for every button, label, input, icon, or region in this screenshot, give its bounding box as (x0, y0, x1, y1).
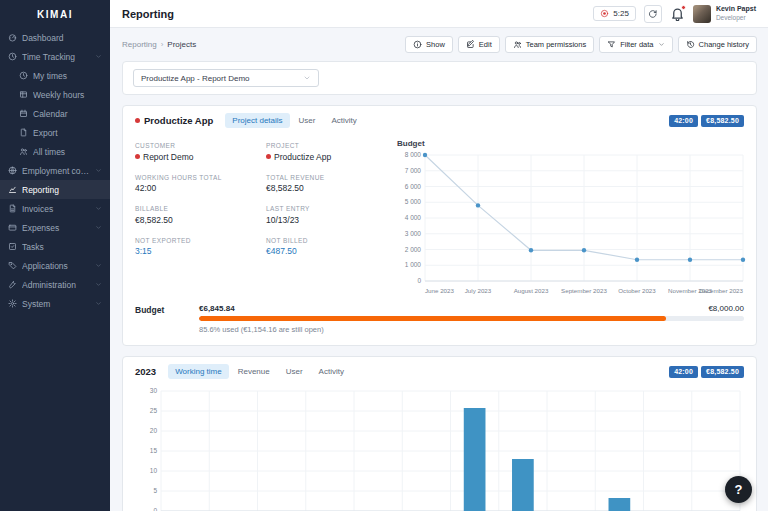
page-content: Reporting › Projects ShowEditTeam permis… (110, 28, 768, 511)
sidebar-item-all-times[interactable]: All times (0, 142, 110, 161)
svg-text:5 000: 5 000 (405, 198, 422, 205)
refresh-icon (648, 9, 658, 19)
notifications-button[interactable] (670, 6, 685, 21)
project-select[interactable]: Productize App - Report Demo (133, 69, 319, 87)
chevron-down-icon (658, 41, 665, 48)
filter-data-button[interactable]: Filter data (599, 36, 672, 53)
sidebar-item-expenses[interactable]: Expenses (0, 218, 110, 237)
project-tabs: Project detailsUserActivity (225, 113, 363, 128)
breadcrumb-toolbar-row: Reporting › Projects ShowEditTeam permis… (122, 36, 757, 53)
globe-icon (8, 166, 17, 175)
svg-text:June 2023: June 2023 (425, 287, 454, 294)
sidebar-item-label: Export (33, 128, 102, 138)
year-tab-user[interactable]: User (279, 364, 310, 379)
color-dot (266, 154, 271, 159)
detail-value-text: 3:15 (135, 246, 152, 256)
sidebar-item-my-times[interactable]: My times (0, 66, 110, 85)
year-badge-amount: €8,582.50 (701, 366, 744, 378)
detail-value: €8,582.50 (266, 183, 387, 193)
year-tab-working-time[interactable]: Working time (168, 364, 229, 379)
detail-value[interactable]: €487.50 (266, 246, 387, 256)
detail-value-text: €487.50 (266, 246, 297, 256)
year-badge-duration: 42:00 (669, 366, 698, 378)
budget-used-amount: €6,845.84 (199, 304, 235, 313)
project-tab-user[interactable]: User (292, 113, 323, 128)
sidebar-item-label: Employment contract (22, 166, 90, 176)
sidebar-item-invoices[interactable]: Invoices (0, 199, 110, 218)
project-tab-project-details[interactable]: Project details (225, 113, 289, 128)
svg-text:2 000: 2 000 (405, 246, 422, 253)
svg-text:30: 30 (150, 387, 158, 394)
main-area: Reporting 5:25 Kevin Papst Developer (110, 0, 768, 511)
help-button[interactable]: ? (725, 476, 752, 503)
year-tab-revenue[interactable]: Revenue (231, 364, 277, 379)
sidebar-item-export[interactable]: Export (0, 123, 110, 142)
svg-text:3 000: 3 000 (405, 230, 422, 237)
notification-dot (681, 5, 686, 10)
svg-text:0: 0 (417, 277, 421, 284)
detail-label: Project (266, 142, 387, 149)
sidebar-item-label: Invoices (22, 204, 90, 214)
file-text-icon (8, 204, 17, 213)
users-icon (513, 40, 522, 49)
toolbar-button-label: Edit (479, 40, 492, 49)
detail-label: Billable (135, 205, 256, 212)
sidebar: KIMAI DashboardTime TrackingMy timesWeek… (0, 0, 110, 511)
sidebar-item-tasks[interactable]: Tasks (0, 237, 110, 256)
detail-value-text: 10/13/23 (266, 215, 299, 225)
detail-label: Not exported (135, 237, 256, 244)
show-button[interactable]: Show (405, 36, 453, 53)
sidebar-item-administration[interactable]: Administration (0, 275, 110, 294)
project-details-grid: CustomerReport DemoProjectProductize App… (135, 136, 387, 297)
svg-text:6 000: 6 000 (405, 183, 422, 190)
project-select-value: Productize App - Report Demo (141, 74, 250, 83)
chart-icon (8, 185, 17, 194)
sidebar-item-weekly-hours[interactable]: Weekly hours (0, 85, 110, 104)
budget-progress-row: Budget €6,845.84 €8,000.00 85.6% used (€… (123, 299, 756, 345)
user-name: Kevin Papst (716, 5, 756, 13)
change-history-button[interactable]: Change history (678, 36, 757, 53)
clock-icon (19, 71, 28, 80)
timer-button[interactable]: 5:25 (593, 6, 636, 21)
sidebar-item-applications[interactable]: Applications (0, 256, 110, 275)
sidebar-item-time-tracking[interactable]: Time Tracking (0, 47, 110, 66)
project-tab-activity[interactable]: Activity (324, 113, 363, 128)
user-info: Kevin Papst Developer (716, 5, 756, 21)
detail-value: Report Demo (135, 152, 256, 162)
refresh-button[interactable] (644, 5, 662, 23)
app-logo[interactable]: KIMAI (0, 0, 110, 28)
pencil-icon (466, 40, 475, 49)
clock-icon (8, 52, 17, 61)
breadcrumb: Reporting › Projects (122, 40, 196, 49)
sidebar-item-system[interactable]: System (0, 294, 110, 313)
detail-value-text: €8,582.50 (266, 183, 304, 193)
sidebar-item-calendar[interactable]: Calendar (0, 104, 110, 123)
detail-value: 42:00 (135, 183, 256, 193)
year-card: 2023 Working timeRevenueUserActivity 42:… (122, 356, 757, 511)
sidebar-item-label: Applications (22, 261, 90, 271)
avatar (693, 5, 711, 23)
toolbar-button-label: Team permissions (526, 40, 586, 49)
project-filter-card: Productize App - Report Demo (122, 61, 757, 95)
history-icon (686, 40, 695, 49)
detail-label: Working hours total (135, 174, 256, 181)
toolbar-button-label: Show (426, 40, 445, 49)
team-permissions-button[interactable]: Team permissions (505, 36, 594, 53)
chevron-down-icon (95, 281, 102, 288)
detail-value[interactable]: 3:15 (135, 246, 256, 256)
edit-button[interactable]: Edit (458, 36, 500, 53)
project-card-header: Productize App Project detailsUserActivi… (123, 106, 756, 132)
sidebar-item-employment-contract[interactable]: Employment contract (0, 161, 110, 180)
breadcrumb-reporting[interactable]: Reporting (122, 40, 157, 49)
year-card-header: 2023 Working timeRevenueUserActivity 42:… (123, 357, 756, 383)
info-icon (413, 40, 422, 49)
sidebar-item-reporting[interactable]: Reporting (0, 180, 110, 199)
user-menu[interactable]: Kevin Papst Developer (693, 5, 756, 23)
breadcrumb-projects: Projects (167, 40, 196, 49)
year-tab-activity[interactable]: Activity (312, 364, 351, 379)
detail-project: ProjectProductize App (266, 142, 387, 162)
detail-value: Productize App (266, 152, 387, 162)
calendar-icon (19, 109, 28, 118)
sidebar-item-dashboard[interactable]: Dashboard (0, 28, 110, 47)
sidebar-item-label: All times (33, 147, 102, 157)
